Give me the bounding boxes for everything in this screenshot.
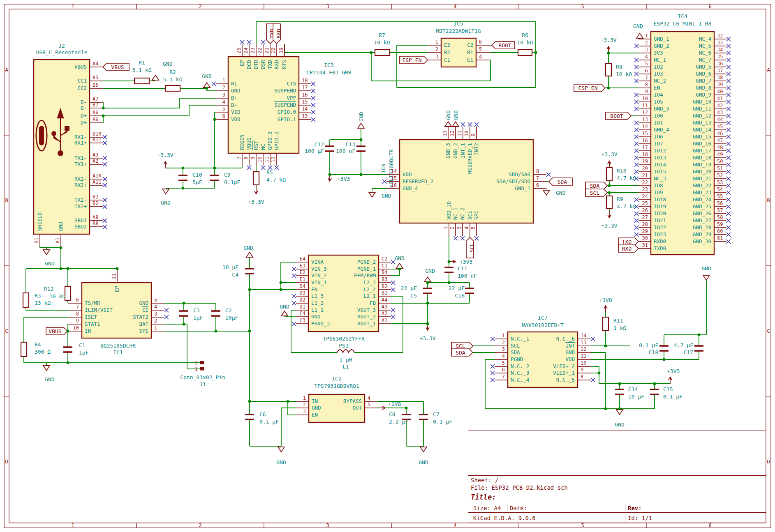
capacitor-c3[interactable]: C31µF bbox=[179, 307, 203, 321]
net-label-scl[interactable]: SCL bbox=[466, 237, 475, 258]
pin-number: 2 bbox=[502, 340, 505, 345]
capacitor-c2[interactable]: C210µF bbox=[211, 307, 238, 321]
wire-junction bbox=[248, 330, 251, 333]
component-value: 22 µF bbox=[401, 285, 417, 291]
component-ic7[interactable]: IC7MAX30102EFD+T1N.C._12SCL3SDA4PGND5N.C… bbox=[490, 315, 595, 387]
component-j2[interactable]: J2USB_C_ReceptacleA4VBUSA5CC1B5CC2A7D-B7… bbox=[34, 43, 107, 247]
component-ic6[interactable]: IC6H3LIS200DLTR14VDD15RESERVED_216GND_48… bbox=[380, 122, 551, 240]
net-label-rxd[interactable]: RXD bbox=[618, 245, 639, 252]
pin-name: PGND_3 bbox=[311, 320, 330, 327]
net-label-vbus[interactable]: VBUS bbox=[103, 63, 129, 71]
net-label-sda[interactable]: SDA bbox=[451, 349, 473, 356]
net-label-boot[interactable]: BOOT bbox=[492, 41, 515, 49]
pin-number: E4 bbox=[300, 256, 305, 262]
net-label-vbus[interactable]: VBUS bbox=[46, 327, 67, 335]
resistor-r7[interactable]: R710 kΩ bbox=[374, 32, 390, 55]
resistor-body[interactable] bbox=[375, 50, 390, 55]
net-label-sda[interactable]: SDA bbox=[549, 178, 572, 185]
gnd-symbol: GND bbox=[43, 366, 55, 382]
connector-pad[interactable] bbox=[200, 361, 204, 364]
gnd-triangle bbox=[445, 122, 451, 127]
resistor-r5[interactable]: R54.7 kΩ bbox=[253, 169, 286, 185]
pin-name: C2 bbox=[467, 42, 473, 48]
resistor-r8[interactable]: R810 kΩ bbox=[606, 64, 632, 77]
inductor-l1[interactable]: 1 µHL1 bbox=[337, 350, 354, 370]
component-ic5[interactable]: IC5MBT2222ADW1T1G1E22B23C16C25B14E1 bbox=[428, 21, 490, 67]
pin-name: IO15 bbox=[654, 168, 666, 175]
frame-column-label: 3 bbox=[326, 523, 329, 528]
pin-name: NC_2 bbox=[654, 78, 666, 84]
net-label-esp_en[interactable]: ESP_EN bbox=[400, 56, 428, 64]
capacitor-c16[interactable]: 22 µFC16 bbox=[449, 285, 474, 299]
pin-number: 1 bbox=[502, 333, 505, 339]
capacitor-c6[interactable]: C60.1 µF bbox=[245, 411, 279, 425]
resistor-r10[interactable]: R104.7 kΩ bbox=[606, 168, 636, 181]
component-value: 10 kΩ bbox=[616, 71, 632, 77]
resistor-body[interactable] bbox=[253, 172, 259, 185]
resistor-r4[interactable]: R4300 Ω bbox=[21, 341, 51, 357]
resistor-body[interactable] bbox=[603, 317, 608, 331]
component-ic4[interactable]: IC4ESP32-C6-MINI-1-H81GND_12GND_233V34NC… bbox=[634, 13, 731, 255]
component-value: 100 µF bbox=[305, 148, 324, 154]
resistor-body[interactable] bbox=[606, 196, 612, 209]
pin-number: A6 bbox=[93, 110, 98, 115]
pin-number: 4 bbox=[464, 226, 470, 229]
wire-junction bbox=[426, 281, 429, 284]
connector-pad[interactable] bbox=[200, 367, 204, 370]
capacitor-c10[interactable]: C105µF bbox=[178, 172, 202, 185]
pin-number: 14 bbox=[302, 106, 308, 112]
sheet-size: Size: A4 bbox=[471, 504, 507, 511]
net-label-txd[interactable]: TXD bbox=[618, 238, 639, 245]
resistor-body[interactable] bbox=[65, 286, 71, 301]
pin-number: 1 bbox=[645, 33, 648, 39]
net-label-esp_en[interactable]: ESP_EN bbox=[574, 84, 605, 92]
resistor-body[interactable] bbox=[21, 342, 27, 357]
component-ps1[interactable]: PS1TPS630252YFFRE4VINAE3VIN_3E2VIN_2E1VI… bbox=[292, 255, 395, 349]
pin-name: GND_17 bbox=[693, 147, 711, 154]
ref-designator: C11 bbox=[458, 265, 467, 272]
pin-number: D3 bbox=[300, 290, 305, 296]
net-label-rxd[interactable]: RXD bbox=[273, 24, 282, 44]
ref-designator: R8 bbox=[616, 64, 622, 70]
pin-name: GND bbox=[58, 221, 64, 231]
net-label-scl[interactable]: SCL bbox=[585, 189, 607, 196]
pin-number: 5 bbox=[154, 297, 157, 303]
resistor-body[interactable] bbox=[134, 78, 149, 84]
component-ic3[interactable]: IC3CP2104-F03-GMR1RI2GND3D+4D-5VIO6VDD18… bbox=[212, 40, 352, 170]
wire-junction bbox=[698, 334, 701, 336]
resistor-body[interactable] bbox=[165, 85, 180, 91]
resistor-r2[interactable]: R25.1 kΩ bbox=[163, 69, 183, 91]
resistor-body[interactable] bbox=[518, 50, 532, 55]
net-label-boot[interactable]: BOOT bbox=[606, 112, 631, 120]
wire-junction bbox=[287, 400, 289, 403]
resistor-body[interactable] bbox=[606, 64, 611, 76]
ref-designator: R7 bbox=[379, 32, 385, 38]
pin-number: 3 bbox=[502, 346, 505, 352]
pin-number: E2 bbox=[300, 269, 305, 275]
net-label-text: SCL bbox=[590, 190, 600, 196]
gnd-symbol: GND bbox=[395, 255, 405, 268]
pin-number: 8 bbox=[536, 168, 539, 174]
resistor-r1[interactable]: R15.1 kΩ bbox=[132, 60, 152, 84]
resistor-body[interactable] bbox=[606, 168, 612, 181]
resistor-r11[interactable]: R111 kΩ bbox=[603, 317, 626, 331]
resistor-body[interactable] bbox=[23, 293, 29, 307]
inductor-coil[interactable] bbox=[337, 350, 354, 352]
pin-name: SUSPEND bbox=[274, 88, 296, 94]
ref-designator: C9 bbox=[224, 172, 231, 178]
pin-name: GND_4 bbox=[654, 127, 669, 133]
resistor-r12[interactable]: R1210 kΩ bbox=[44, 286, 71, 301]
resistor-r3[interactable]: R313 kΩ bbox=[23, 292, 51, 307]
capacitor-c8[interactable]: C82.2 µF bbox=[389, 411, 411, 425]
resistor-r6[interactable]: R610 kΩ bbox=[517, 32, 533, 55]
capacitor-c7[interactable]: C70.1 µF bbox=[419, 411, 452, 425]
net-label-sda[interactable]: SDA bbox=[585, 182, 607, 189]
pin-name: D+ bbox=[81, 113, 87, 119]
pin-name: GND_24 bbox=[693, 196, 711, 203]
pin-number: 10 bbox=[257, 157, 263, 162]
wire-junction bbox=[370, 51, 373, 54]
capacitor-c1[interactable]: C11µF bbox=[63, 342, 89, 356]
component-ic2[interactable]: IC2TPS79318DBVRQ11IN2GND3EN4BYPASS5OUT bbox=[296, 375, 377, 422]
gnd-symbol: GND bbox=[419, 447, 428, 465]
resistor-r9[interactable]: R94.7 kΩ bbox=[606, 196, 636, 210]
